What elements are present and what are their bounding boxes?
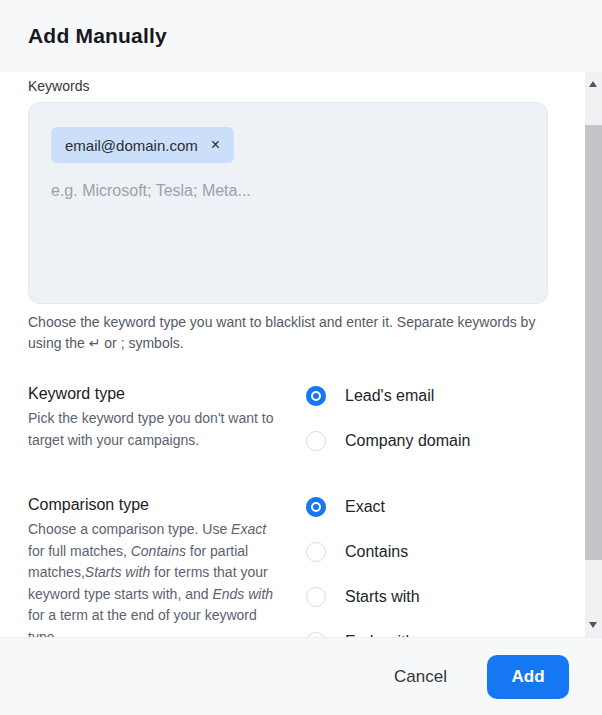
modal-header: Add Manually [0, 0, 602, 72]
chip-remove-icon[interactable]: × [211, 137, 220, 153]
keyword-chip-text: email@domain.com [65, 137, 198, 154]
scrollbar-thumb[interactable] [585, 125, 602, 560]
radio-option-contains[interactable]: Contains [306, 542, 548, 562]
radio-icon[interactable] [306, 386, 326, 406]
keyword-type-title: Keyword type [28, 385, 306, 403]
radio-label: Exact [345, 498, 385, 516]
radio-icon[interactable] [306, 542, 326, 562]
scroll-up-icon[interactable] [589, 81, 597, 87]
comparison-type-title: Comparison type [28, 496, 306, 514]
cancel-button[interactable]: Cancel [384, 661, 457, 693]
scroll-down-icon[interactable] [589, 622, 597, 628]
radio-icon[interactable] [306, 431, 326, 451]
keywords-helper-text: Choose the keyword type you want to blac… [28, 312, 550, 354]
add-manually-modal: Add Manually Keywords email@domain.com ×… [0, 0, 602, 715]
modal-footer: Cancel Add [0, 637, 602, 715]
radio-option-starts-with[interactable]: Starts with [306, 587, 548, 607]
keywords-placeholder: e.g. Microsoft; Tesla; Meta... [51, 182, 525, 200]
radio-option-exact[interactable]: Exact [306, 497, 548, 517]
radio-icon[interactable] [306, 587, 326, 607]
keyword-type-section: Keyword type Pick the keyword type you d… [28, 385, 548, 451]
comparison-type-section: Comparison type Choose a comparison type… [28, 496, 548, 637]
keyword-chip: email@domain.com × [51, 127, 234, 163]
vertical-scrollbar[interactable] [585, 72, 602, 637]
radio-icon[interactable] [306, 497, 326, 517]
radio-option-leads-email[interactable]: Lead's email [306, 386, 548, 406]
radio-label: Company domain [345, 432, 470, 450]
radio-label: Starts with [345, 588, 420, 606]
modal-body: Keywords email@domain.com × e.g. Microso… [0, 72, 585, 637]
keywords-label: Keywords [28, 78, 548, 94]
comparison-type-description: Choose a comparison type. Use Exact for … [28, 519, 282, 637]
add-button[interactable]: Add [487, 655, 569, 699]
radio-option-company-domain[interactable]: Company domain [306, 431, 548, 451]
radio-label: Lead's email [345, 387, 434, 405]
keywords-input[interactable]: email@domain.com × e.g. Microsoft; Tesla… [28, 102, 548, 304]
radio-label: Contains [345, 543, 408, 561]
keyword-type-description: Pick the keyword type you don't want to … [28, 408, 282, 451]
modal-title: Add Manually [28, 24, 167, 48]
